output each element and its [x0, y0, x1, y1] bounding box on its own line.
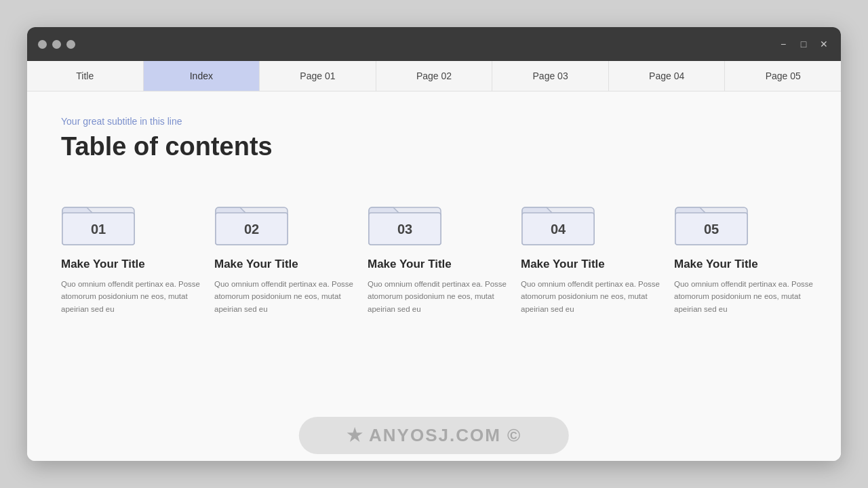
page-title: Table of contents [61, 132, 814, 161]
card-03-desc: Quo omnium offendit pertinax ea. Posse a… [368, 278, 507, 315]
tab-bar: Title Index Page 01 Page 02 Page 03 Page… [27, 61, 841, 92]
folder-icon-02: 02 [214, 194, 289, 248]
tab-title[interactable]: Title [27, 61, 144, 91]
folder-icon-03: 03 [368, 194, 442, 248]
cards-row: 01 Make Your Title Quo omnium offendit p… [61, 194, 814, 315]
svg-text:03: 03 [397, 222, 412, 237]
subtitle: Your great subtitle in this line [61, 116, 814, 127]
svg-text:01: 01 [91, 222, 106, 237]
card-05-title: Make Your Title [674, 258, 814, 271]
tab-page01[interactable]: Page 01 [260, 61, 376, 91]
tab-page03[interactable]: Page 03 [492, 61, 609, 91]
card-02: 02 Make Your Title Quo omnium offendit p… [214, 194, 354, 315]
folder-icon-04: 04 [521, 194, 595, 248]
traffic-lights [38, 40, 75, 49]
tab-index[interactable]: Index [144, 61, 260, 91]
tab-page04[interactable]: Page 04 [609, 61, 726, 91]
main-content: Your great subtitle in this line Table o… [27, 92, 841, 461]
watermark: ★ ANYOSJ.COM © [299, 417, 569, 454]
card-02-desc: Quo omnium offendit pertinax ea. Posse a… [214, 278, 354, 315]
card-04-desc: Quo omnium offendit pertinax ea. Posse a… [521, 278, 660, 315]
card-01: 01 Make Your Title Quo omnium offendit p… [61, 194, 201, 315]
card-05: 05 Make Your Title Quo omnium offendit p… [674, 194, 814, 315]
svg-text:04: 04 [551, 222, 566, 237]
app-window: − □ ✕ Title Index Page 01 Page 02 Page 0… [27, 27, 841, 461]
card-05-desc: Quo omnium offendit pertinax ea. Posse a… [674, 278, 814, 315]
svg-text:02: 02 [244, 222, 259, 237]
traffic-light-maximize[interactable] [66, 40, 75, 49]
card-03: 03 Make Your Title Quo omnium offendit p… [368, 194, 507, 315]
maximize-button[interactable]: □ [797, 38, 810, 50]
card-03-title: Make Your Title [368, 258, 507, 271]
tab-page02[interactable]: Page 02 [376, 61, 493, 91]
titlebar: − □ ✕ [27, 27, 841, 61]
card-04-title: Make Your Title [521, 258, 660, 271]
card-01-desc: Quo omnium offendit pertinax ea. Posse a… [61, 278, 201, 315]
traffic-light-minimize[interactable] [52, 40, 61, 49]
folder-icon-01: 01 [61, 194, 136, 248]
card-02-title: Make Your Title [214, 258, 354, 271]
card-04: 04 Make Your Title Quo omnium offendit p… [521, 194, 660, 315]
minimize-button[interactable]: − [777, 38, 789, 50]
tab-page05[interactable]: Page 05 [725, 61, 841, 91]
titlebar-controls: − □ ✕ [777, 38, 830, 50]
traffic-light-close[interactable] [38, 40, 47, 49]
svg-text:05: 05 [704, 222, 719, 237]
close-button[interactable]: ✕ [818, 38, 830, 50]
folder-icon-05: 05 [674, 194, 749, 248]
card-01-title: Make Your Title [61, 258, 201, 271]
